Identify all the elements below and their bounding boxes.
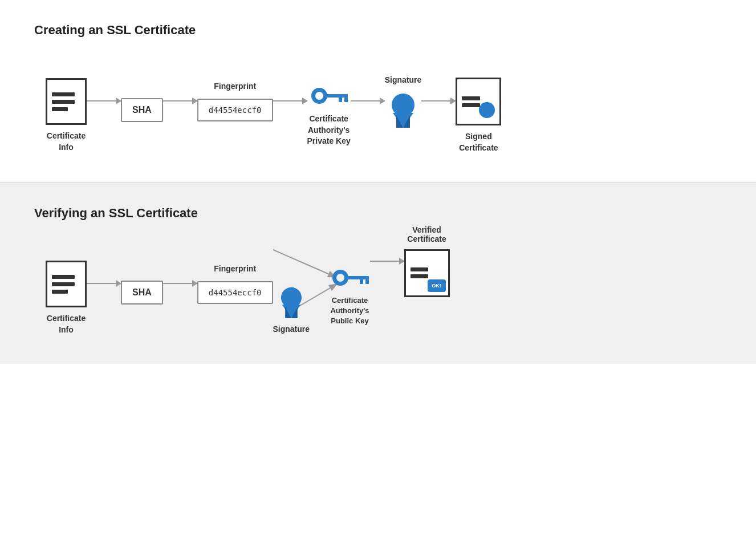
sha2-box: SHA [121,281,163,305]
arrow-2 [163,100,197,102]
arrow-line-1 [87,100,121,102]
arrow-4 [351,100,385,102]
signature-ribbon-icon [388,92,418,128]
arrow2-3 [370,261,404,262]
arrow2-2 [163,283,197,284]
verifying-diagram: CertificateInfo SHA Fingerprint d44554ec… [34,244,722,335]
cert-line-2 [462,103,480,107]
vcert-line-1 [410,267,429,271]
cert-info2-label: CertificateInfo [47,313,86,335]
arrow-line-3 [273,100,307,102]
ca-key-label: CertificateAuthority'sPrivate Key [307,113,351,147]
svg-marker-6 [393,113,413,128]
doc-line-3 [52,107,68,111]
ok-badge: OK! [428,279,446,292]
svg-rect-16 [365,279,369,284]
doc-line-2 [52,100,75,104]
sha-item: SHA [121,81,163,133]
sha-box: SHA [121,98,163,122]
section-creating: Creating an SSL Certificate CertificateI… [0,0,756,183]
signed-cert-item: SignedCertificate [456,60,501,153]
arrow-3 [273,100,307,102]
signature2-ribbon-icon [277,286,306,318]
svg-point-17 [281,287,302,308]
signature-label-above: Signature [385,75,422,87]
ca-pubkey-icon [330,266,370,290]
ca-key-icon [309,84,349,108]
cert-avatar-icon [479,102,495,118]
cert-line-1 [462,96,480,100]
signed-cert-icon [456,78,501,125]
ca-key-item: CertificateAuthority'sPrivate Key [307,67,351,147]
cert-info2-item: CertificateInfo [46,244,87,335]
signature2-item: Signature [273,286,310,335]
fingerprint-item: Fingerprint d44554eccf0 [197,82,273,133]
svg-rect-4 [344,98,348,102]
vcert-line-2 [410,274,429,278]
fingerprint2-box: d44554eccf0 [197,281,273,304]
signature-item: Signature [385,75,422,139]
arrow2-1 [87,283,121,284]
signed-cert-label: SignedCertificate [459,131,498,153]
fingerprint2-label-above: Fingerprint [214,264,256,275]
arrow2-line-1 [87,283,121,284]
ca-pubkey-item: CertificateAuthority'sPublic Key [330,266,370,327]
ca-pubkey-label: CertificateAuthority'sPublic Key [330,295,369,327]
section-verifying-title: Verifying an SSL Certificate [34,206,722,221]
arrow2-line-3 [370,261,404,262]
arrow-line-2 [163,100,197,102]
cert-info-icon [46,78,87,125]
cert-info-label: CertificateInfo [47,131,86,153]
cert-info2-icon [46,261,87,307]
doc2-line-2 [52,282,75,286]
svg-point-13 [336,274,344,282]
doc2-line-3 [52,290,68,294]
section-verifying: Verifying an SSL Certificate Certificate… [0,183,756,364]
fingerprint-label-above: Fingerprint [214,82,256,93]
creating-diagram: CertificateInfo SHA Fingerprint d44554ec… [34,60,722,153]
verified-cert-label-above: VerifiedCertificate [407,225,446,244]
arrow-line-4 [351,100,385,102]
verified-cert-icon: OK! [404,249,450,297]
verified-cert-item: VerifiedCertificate OK! [404,225,450,297]
diagonal-arrows-area: CertificateAuthority'sPublic Key Signatu… [273,227,364,330]
svg-rect-3 [339,98,342,102]
doc2-line-1 [52,275,75,279]
arrow-line-5 [421,100,456,102]
cert-info-item: CertificateInfo [46,61,87,153]
doc-line-1 [52,92,75,96]
arrow-5 [421,100,456,102]
svg-line-10 [273,250,336,277]
svg-point-1 [315,92,323,100]
svg-rect-15 [360,279,363,284]
arrow-1 [87,100,121,102]
svg-rect-2 [326,94,348,98]
fingerprint2-item: Fingerprint d44554eccf0 [197,264,273,315]
sha2-item: SHA [121,263,163,316]
arrow2-line-2 [163,283,197,284]
section-creating-title: Creating an SSL Certificate [34,23,722,38]
svg-marker-18 [282,305,301,318]
signature2-label: Signature [273,324,310,335]
fingerprint-box: d44554eccf0 [197,99,273,121]
svg-rect-14 [347,276,369,279]
